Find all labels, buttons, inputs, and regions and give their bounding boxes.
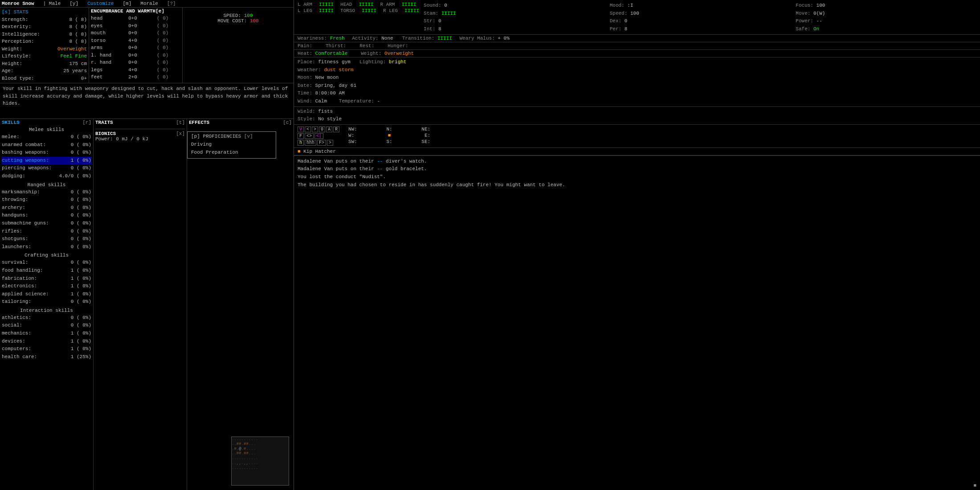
r-arm-label: R ARM (380, 2, 395, 7)
skill-marksmanship[interactable]: marksmanship: 0 ( 0%) (2, 188, 91, 196)
move-cost-row: MOVE COST: 100 (184, 18, 292, 24)
skill-tailoring[interactable]: tailoring: 0 ( 0%) (2, 298, 91, 306)
intelligence-label: Intelligence: (2, 31, 40, 38)
ctrl-f-btn[interactable]: F (298, 133, 304, 139)
skill-applied-science[interactable]: applied science: 1 ( 0%) (2, 290, 91, 298)
r-leg-label: R LEG (383, 8, 398, 13)
skill-electronics[interactable]: electronics: 1 ( 0%) (2, 282, 91, 290)
blood-label: Blood type: (2, 75, 34, 82)
ctrl-pipe-btn[interactable]: <| (314, 133, 323, 139)
customize-link[interactable]: Customize (87, 1, 114, 6)
compass-grid: NW: N: NE: W: ■ E: SW: S: SE: (348, 127, 430, 144)
character-name: Monroe Snow (2, 1, 34, 6)
npc-marker: ■ (298, 149, 303, 154)
env-row2: Weather: dust storm (298, 66, 976, 74)
npc-row: ■ Kip Hatcher (294, 148, 980, 155)
skill-health-care[interactable]: health care: 1 (25%) (2, 353, 91, 361)
skill-description: Your skill in fighting with weaponry des… (0, 83, 294, 119)
intelligence-row: Intelligence: 8 ( 8) (2, 31, 87, 38)
skill-handguns[interactable]: handguns: 0 ( 0%) (2, 212, 91, 220)
lifestyle-val: Feel Fine (61, 53, 87, 60)
age-row: Age: 25 years (2, 67, 87, 75)
ctrl-v-btn[interactable]: V (298, 127, 304, 132)
env-row4: Date: Spring, day 61 (298, 82, 976, 90)
pain-col: Pain: (298, 43, 312, 49)
ctrl-0-btn[interactable]: 0 (319, 127, 325, 132)
transition-col: Transition: IIIII Weary Malus: + 0% (402, 36, 510, 41)
skills-column[interactable]: SKILLS [r] Melee skills melee: 0 ( 0%) u… (0, 119, 94, 490)
skill-piercing[interactable]: piercing weapons: 0 ( 0%) (2, 164, 91, 172)
skill-melee[interactable]: melee: 0 ( 0%) (2, 133, 91, 141)
skill-fabrication[interactable]: fabrication: 1 ( 0%) (2, 275, 91, 283)
skill-dodging[interactable]: dodging: 4.0/0 ( 0%) (2, 172, 91, 180)
time-col: Time: 8:00:00 AM (298, 90, 345, 98)
lifestyle-row: Lifestyle: Feel Fine (2, 53, 87, 60)
ctrl-r-btn[interactable]: R (333, 127, 339, 132)
skills-header: SKILLS [r] (2, 120, 91, 125)
top-section: [s] STATS Strength: 8 ( 8) Dexterity: 8 … (0, 8, 294, 83)
crafting-category: Crafting skills (2, 253, 91, 258)
ctrl-right-btn[interactable]: > (312, 127, 318, 132)
stats-tab[interactable]: [s] STATS (2, 8, 28, 16)
skill-survival[interactable]: survival: 0 ( 0%) (2, 259, 91, 267)
dexterity-label: Dexterity: (2, 23, 31, 31)
skill-computers[interactable]: computers: 1 ( 0%) (2, 345, 91, 353)
torso-hp: IIIII (362, 8, 376, 13)
dexterity-val: 8 ( 8) (69, 23, 87, 31)
wield-style-section: Wield: fists Style: No style (294, 107, 980, 125)
ranged-category: Ranged skills (2, 182, 91, 188)
compass-se: SE: (404, 139, 430, 144)
skill-launchers[interactable]: launchers: 0 ( 0%) (2, 243, 91, 251)
morale-link[interactable]: Morale (140, 1, 158, 6)
msg-4: The building you had chosen to reside in… (298, 181, 976, 189)
compass-e: E: (404, 133, 430, 138)
skill-food-handling[interactable]: food handling: 1 ( 0%) (2, 267, 91, 275)
skill-archery[interactable]: archery: 0 ( 0%) (2, 204, 91, 212)
encumbrance-header: ENCUMBRANCE AND WARMTH[e] (91, 8, 180, 14)
r-arm-hp: IIIII (401, 2, 416, 7)
enc-legs: legs 4+0 ( 0) (91, 66, 180, 74)
npc-name: Kip Hatcher (303, 149, 336, 154)
dex-row: Dex: 0 (610, 17, 791, 25)
skill-unarmed[interactable]: unarmed combat: 0 ( 0%) (2, 141, 91, 149)
skill-mechanics[interactable]: mechanics: 1 ( 0%) (2, 330, 91, 338)
torso-label: TORSO (340, 8, 355, 13)
ctrl-a-btn[interactable]: A (326, 127, 332, 132)
sound-row: Sound: 0 (424, 2, 604, 9)
ctrl-hhh-btn[interactable]: hhh (305, 140, 316, 146)
msg-2: Madalene Van puts on their -- gold brace… (298, 165, 976, 173)
stats-tab-row: [s] STATS (2, 8, 87, 16)
y-label: [y] (69, 1, 78, 6)
skill-throwing[interactable]: throwing: 0 ( 0%) (2, 196, 91, 204)
bionics-power: Power: 0 mJ / 0 kJ (95, 136, 185, 142)
wield-row: Wield: fists (298, 108, 976, 116)
strength-val: 8 ( 8) (69, 16, 87, 24)
height-row: Height: 175 cm (2, 60, 87, 68)
skill-smg[interactable]: submachine guns: 0 ( 0%) (2, 220, 91, 228)
weight-label: Weight: (2, 45, 22, 53)
proficiencies-header: [p] PROFICIENCIES [v] (191, 134, 272, 139)
enc-torso: torso 4+0 ( 0) (91, 37, 180, 45)
skill-athletics[interactable]: athletics: 0 ( 0%) (2, 314, 91, 322)
proficiency-food-prep: Food Preparation (191, 149, 272, 157)
age-val: 25 years (63, 67, 87, 75)
speed-column: SPEED: 100 MOVE COST: 100 (183, 8, 294, 83)
env-row5: Time: 8:00:00 AM (298, 90, 976, 98)
skill-rifles[interactable]: rifles: 0 ( 0%) (2, 228, 91, 236)
message-log: Madalene Van puts on their -- diver's wa… (294, 155, 980, 481)
skill-shotguns[interactable]: shotguns: 0 ( 0%) (2, 235, 91, 243)
skill-social[interactable]: social: 0 ( 0%) (2, 322, 91, 330)
ctrl-h-btn[interactable]: h (298, 140, 304, 146)
ctrl-f-arrow-btn[interactable]: F> (317, 140, 326, 146)
rest-col: Rest: (359, 43, 374, 49)
place-col: Place: fitness gym (298, 58, 351, 66)
sidebar-controls[interactable]: V < > 0 A R F <> <| h hhh F> > (298, 127, 339, 146)
ctrl-lr-btn[interactable]: <> (305, 133, 314, 139)
skill-bashing[interactable]: bashing weapons: 0 ( 0%) (2, 149, 91, 157)
dexterity-row: Dexterity: 8 ( 8) (2, 23, 87, 31)
skill-devices[interactable]: devices: 1 ( 0%) (2, 338, 91, 346)
skill-cutting[interactable]: cutting weapons: 1 ( 0%) (2, 157, 91, 165)
effects-column: EFFECTS [c] [p] PROFICIENCIES [v] Drivin… (187, 119, 294, 490)
ctrl-arrow-btn[interactable]: > (327, 140, 333, 146)
ctrl-left-btn[interactable]: < (305, 127, 311, 132)
